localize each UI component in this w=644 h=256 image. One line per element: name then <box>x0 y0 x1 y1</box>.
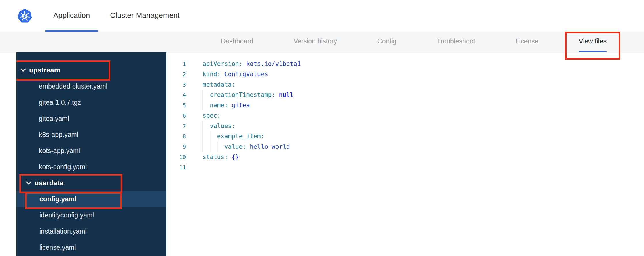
subnav-item-version-history[interactable]: Version history <box>293 32 337 52</box>
code-line: 6spec: <box>166 110 644 121</box>
app-subnav: DashboardVersion historyConfigTroublesho… <box>0 32 644 52</box>
line-number: 2 <box>166 69 186 79</box>
code-line: 2kind: ConfigValues <box>166 69 644 79</box>
subnav-item-config[interactable]: Config <box>377 32 396 52</box>
code-line: 10status: {} <box>166 152 644 162</box>
code-token: metadata: <box>202 81 235 88</box>
line-number: 7 <box>166 121 186 131</box>
tree-file-kots-app-yaml[interactable]: kots-app.yaml <box>16 143 166 159</box>
code-text: apiVersion: kots.io/v1beta1 <box>202 59 301 69</box>
subnav-item-label: Config <box>377 37 396 45</box>
line-number: 8 <box>166 131 186 142</box>
chevron-down-icon <box>20 66 26 72</box>
chevron-down-icon <box>26 179 31 184</box>
tree-file-label: gitea.yaml <box>39 115 69 123</box>
code-line: 7values: <box>166 121 644 131</box>
indent-guide <box>202 121 210 131</box>
top-header: Application Cluster Management <box>0 0 644 32</box>
indent-guide <box>202 90 210 100</box>
line-number: 9 <box>166 142 186 152</box>
line-number: 5 <box>166 100 186 110</box>
tree-file-embedded-cluster-yaml[interactable]: embedded-cluster.yaml <box>16 78 166 94</box>
tree-file-installation-yaml[interactable]: installation.yaml <box>16 223 166 239</box>
code-line: 5name: gitea <box>166 100 644 110</box>
line-number: 11 <box>166 162 186 173</box>
tree-file-label: config.yaml <box>39 195 76 203</box>
tree-file-gitea-1-0-7-tgz[interactable]: gitea-1.0.7.tgz <box>16 94 166 110</box>
code-token: name: <box>210 102 228 109</box>
code-token: creationTimestamp: <box>210 91 275 98</box>
subnav-item-license[interactable]: License <box>516 32 538 52</box>
code-line: 1apiVersion: kots.io/v1beta1 <box>166 59 644 69</box>
tree-file-label: k8s-app.yaml <box>39 131 78 139</box>
subnav-item-label: Troubleshoot <box>437 37 475 45</box>
tree-file-label: kots-config.yaml <box>39 163 87 171</box>
line-number: 6 <box>166 110 186 121</box>
subnav-item-label: Dashboard <box>221 37 253 45</box>
code-token: kind: <box>202 71 221 78</box>
indent-guide <box>202 142 224 152</box>
kots-admin-page: Application Cluster Management Dashboard… <box>0 0 644 256</box>
code-token: null <box>275 91 293 98</box>
subnav-item-label: View files <box>579 37 607 45</box>
subnav-item-troubleshoot[interactable]: Troubleshoot <box>437 32 475 52</box>
code-line: 8example_item: <box>166 131 644 142</box>
file-tree: upstreamembedded-cluster.yamlgitea-1.0.7… <box>16 52 166 256</box>
tab-cluster-management[interactable]: Cluster Management <box>102 0 187 32</box>
line-number: 10 <box>166 152 186 162</box>
subnav-item-view-files[interactable]: View files <box>579 32 607 52</box>
code-token: spec: <box>202 112 221 119</box>
tree-file-label: identityconfig.yaml <box>39 211 94 219</box>
tree-folder-userdata[interactable]: userdata <box>16 175 166 191</box>
tree-file-label: installation.yaml <box>39 228 87 235</box>
tree-file-k8s-app-yaml[interactable]: k8s-app.yaml <box>16 127 166 143</box>
code-text: status: {} <box>202 152 239 162</box>
code-token: values: <box>210 123 235 129</box>
code-token: gitea <box>228 102 250 109</box>
code-text: example_item: <box>202 131 264 142</box>
tree-folder-label: upstream <box>29 66 60 74</box>
tree-file-label: kots-app.yaml <box>39 147 80 155</box>
code-text: metadata: <box>202 79 235 90</box>
tree-file-gitea-yaml[interactable]: gitea.yaml <box>16 110 166 127</box>
tree-file-label: gitea-1.0.7.tgz <box>39 99 81 106</box>
line-number: 1 <box>166 59 186 69</box>
tree-folder-upstream[interactable]: upstream <box>16 62 166 78</box>
code-text: value: hello world <box>202 142 290 152</box>
subnav-item-label: Version history <box>293 37 337 45</box>
line-number: 4 <box>166 90 186 100</box>
code-token: apiVersion: <box>202 60 243 67</box>
subnav-item-label: License <box>516 37 538 45</box>
code-text: kind: ConfigValues <box>202 69 268 79</box>
code-token: example_item: <box>217 133 264 140</box>
tree-file-kots-config-yaml[interactable]: kots-config.yaml <box>16 159 166 175</box>
tree-file-identityconfig-yaml[interactable]: identityconfig.yaml <box>16 207 166 223</box>
top-tabs: Application Cluster Management <box>45 0 188 32</box>
indent-guide <box>202 100 210 110</box>
code-line: 9value: hello world <box>166 142 644 152</box>
indent-guide <box>202 131 217 142</box>
main-content: upstreamembedded-cluster.yamlgitea-1.0.7… <box>0 52 644 256</box>
code-token: hello world <box>246 143 290 150</box>
kubernetes-logo-icon <box>17 8 32 24</box>
code-text: creationTimestamp: null <box>202 90 293 100</box>
subnav-item-dashboard[interactable]: Dashboard <box>221 32 253 52</box>
code-token: ConfigValues <box>221 71 268 78</box>
tree-file-label: embedded-cluster.yaml <box>39 83 107 90</box>
code-text: spec: <box>202 110 221 121</box>
tree-file-label: license.yaml <box>39 244 76 251</box>
code-token: value: <box>224 143 246 150</box>
code-text: values: <box>202 121 235 131</box>
code-line: 4creationTimestamp: null <box>166 90 644 100</box>
code-token: kots.io/v1beta1 <box>243 60 301 67</box>
code-line: 3metadata: <box>166 79 644 90</box>
line-number: 3 <box>166 79 186 90</box>
tree-file-config-yaml[interactable]: config.yaml <box>16 191 166 207</box>
code-token: status: <box>202 154 228 161</box>
tab-application[interactable]: Application <box>45 0 98 32</box>
code-editor[interactable]: 1apiVersion: kots.io/v1beta12kind: Confi… <box>166 52 644 256</box>
tree-folder-label: userdata <box>35 179 63 187</box>
code-text: name: gitea <box>202 100 250 110</box>
tree-file-license-yaml[interactable]: license.yaml <box>16 239 166 255</box>
code-line: 11 <box>166 162 644 173</box>
